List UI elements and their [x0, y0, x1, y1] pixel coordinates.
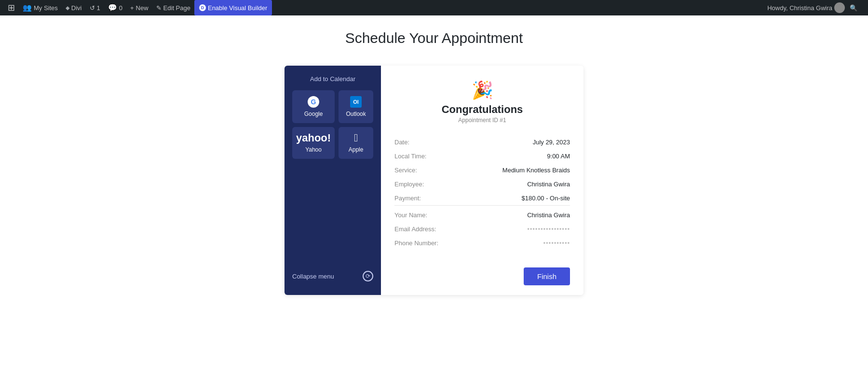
- phone-row: Phone Number: ••••••••••: [394, 236, 570, 250]
- calendar-buttons: G Google Ol Outlook yahoo! Yahoo  Apple: [292, 90, 373, 159]
- local-time-row: Local Time: 9:00 AM: [394, 149, 570, 163]
- congrats-section: 🎉 Congratulations Appointment ID #1: [394, 80, 570, 124]
- date-value: July 29, 2023: [474, 135, 570, 149]
- page-title: Schedule Your Appointment: [345, 30, 523, 46]
- user-info: Howdy, Christina Gwira 🔍: [763, 2, 864, 13]
- local-time-value: 9:00 AM: [474, 149, 570, 163]
- google-calendar-button[interactable]: G Google: [292, 90, 335, 123]
- wp-logo[interactable]: ⊞: [4, 0, 19, 15]
- your-name-label: Your Name:: [394, 206, 474, 223]
- date-label: Date:: [394, 135, 474, 149]
- yahoo-icon: yahoo!: [296, 133, 331, 143]
- add-to-calendar-label: Add to Calendar: [292, 75, 373, 83]
- appointment-info-table: Date: July 29, 2023 Local Time: 9:00 AM …: [394, 135, 570, 250]
- payment-row: Payment: $180.00 - On-site: [394, 191, 570, 206]
- enable-visual-builder-button[interactable]: D Enable Visual Builder: [194, 0, 272, 15]
- divi-menu[interactable]: ◆ Divi: [62, 0, 86, 15]
- search-icon[interactable]: 🔍: [847, 4, 860, 12]
- collapse-icon: ⟳: [363, 271, 373, 281]
- collapse-menu-button[interactable]: Collapse menu ⟳: [292, 267, 373, 285]
- service-label: Service:: [394, 163, 474, 177]
- outlook-icon: Ol: [350, 96, 362, 108]
- user-avatar: [834, 2, 845, 13]
- date-row: Date: July 29, 2023: [394, 135, 570, 149]
- new-button[interactable]: + New: [126, 0, 152, 15]
- apple-icon: : [354, 133, 358, 143]
- outlook-calendar-button[interactable]: Ol Outlook: [339, 90, 373, 123]
- email-value: ••••••••••••••••: [474, 222, 570, 236]
- main-content: Schedule Your Appointment Add to Calenda…: [0, 15, 868, 378]
- panel-footer: Finish: [394, 250, 570, 285]
- employee-label: Employee:: [394, 177, 474, 191]
- sidebar: Add to Calendar G Google Ol Outlook yaho…: [285, 66, 381, 295]
- my-sites[interactable]: 👥 My Sites: [19, 0, 62, 15]
- appointment-widget: Add to Calendar G Google Ol Outlook yaho…: [285, 66, 583, 295]
- admin-bar: ⊞ 👥 My Sites ◆ Divi ↺ 1 💬 0 + New ✎ Edit…: [0, 0, 868, 15]
- party-emoji: 🎉: [394, 80, 570, 100]
- finish-button[interactable]: Finish: [524, 267, 570, 285]
- yahoo-calendar-button[interactable]: yahoo! Yahoo: [292, 127, 335, 159]
- appointment-id: Appointment ID #1: [394, 117, 570, 124]
- service-value: Medium Knotless Braids: [474, 163, 570, 177]
- local-time-label: Local Time:: [394, 149, 474, 163]
- employee-value: Christina Gwira: [474, 177, 570, 191]
- phone-value: ••••••••••: [474, 236, 570, 250]
- email-row: Email Address: ••••••••••••••••: [394, 222, 570, 236]
- email-label: Email Address:: [394, 222, 474, 236]
- payment-value: $180.00 - On-site: [474, 191, 570, 206]
- employee-row: Employee: Christina Gwira: [394, 177, 570, 191]
- your-name-row: Your Name: Christina Gwira: [394, 206, 570, 223]
- congrats-title: Congratulations: [394, 103, 570, 116]
- phone-label: Phone Number:: [394, 236, 474, 250]
- service-row: Service: Medium Knotless Braids: [394, 163, 570, 177]
- google-icon: G: [308, 96, 319, 108]
- payment-label: Payment:: [394, 191, 474, 206]
- revisions[interactable]: ↺ 1: [86, 0, 104, 15]
- right-panel: 🎉 Congratulations Appointment ID #1 Date…: [381, 66, 583, 295]
- comments[interactable]: 💬 0: [104, 0, 126, 15]
- edit-page-button[interactable]: ✎ Edit Page: [152, 0, 194, 15]
- apple-calendar-button[interactable]:  Apple: [339, 127, 373, 159]
- your-name-value: Christina Gwira: [474, 206, 570, 223]
